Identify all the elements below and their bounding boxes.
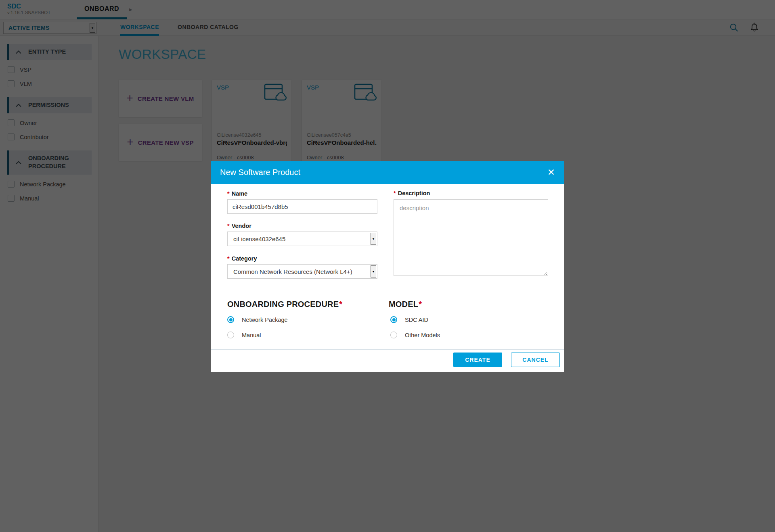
radio-icon [390, 316, 397, 323]
close-icon[interactable]: ✕ [547, 168, 555, 177]
required-mark: * [227, 190, 230, 197]
description-textarea[interactable] [394, 199, 548, 276]
onboarding-procedure-heading: ONBOARDING PROCEDURE* [227, 300, 342, 309]
dropdown-arrow-icon[interactable]: ▼ [371, 233, 376, 245]
dropdown-arrow-icon[interactable]: ▼ [371, 265, 376, 277]
required-mark: * [227, 255, 230, 262]
radio-icon [227, 316, 234, 323]
modal-title: New Software Product [220, 168, 300, 177]
radio-icon [390, 332, 397, 338]
sdc-onboard-page: SDC v.1.16.1-SNAPSHOT ONBOARD ▶ ACTIVE I… [0, 0, 775, 532]
create-button[interactable]: CREATE [453, 353, 502, 367]
category-select[interactable]: Common Network Resources (Network L4+) ▼ [227, 264, 377, 279]
required-mark: * [339, 300, 342, 309]
description-field-wrap [394, 199, 548, 276]
required-mark: * [227, 223, 230, 229]
cancel-button[interactable]: CANCEL [511, 353, 560, 367]
modal-header: New Software Product ✕ [211, 161, 564, 184]
radio-label: Network Package [242, 317, 288, 323]
radio-other-models[interactable]: Other Models [390, 332, 440, 338]
vendor-select[interactable]: ciLicense4032e645 ▼ [227, 232, 377, 246]
radio-sdc-aid[interactable]: SDC AID [390, 316, 428, 323]
required-mark: * [419, 300, 422, 309]
radio-icon [227, 332, 234, 338]
radio-label: SDC AID [405, 317, 428, 323]
description-label: *Description [394, 190, 430, 196]
radio-network-package[interactable]: Network Package [227, 316, 288, 323]
required-mark: * [394, 190, 396, 196]
vendor-label: *Vendor [227, 223, 251, 229]
name-input[interactable] [227, 199, 377, 214]
modal-body: *Name *Vendor ciLicense4032e645 ▼ *Categ… [211, 184, 564, 372]
radio-manual[interactable]: Manual [227, 332, 261, 338]
category-label: *Category [227, 255, 257, 262]
new-software-product-modal: New Software Product ✕ *Name *Vendor ciL… [211, 161, 564, 372]
radio-label: Other Models [405, 332, 440, 338]
category-select-value: Common Network Resources (Network L4+) [233, 268, 352, 275]
radio-label: Manual [242, 332, 261, 338]
modal-footer-divider [211, 349, 564, 350]
name-label: *Name [227, 190, 247, 197]
model-heading: MODEL* [389, 300, 422, 309]
vendor-select-value: ciLicense4032e645 [233, 236, 285, 242]
